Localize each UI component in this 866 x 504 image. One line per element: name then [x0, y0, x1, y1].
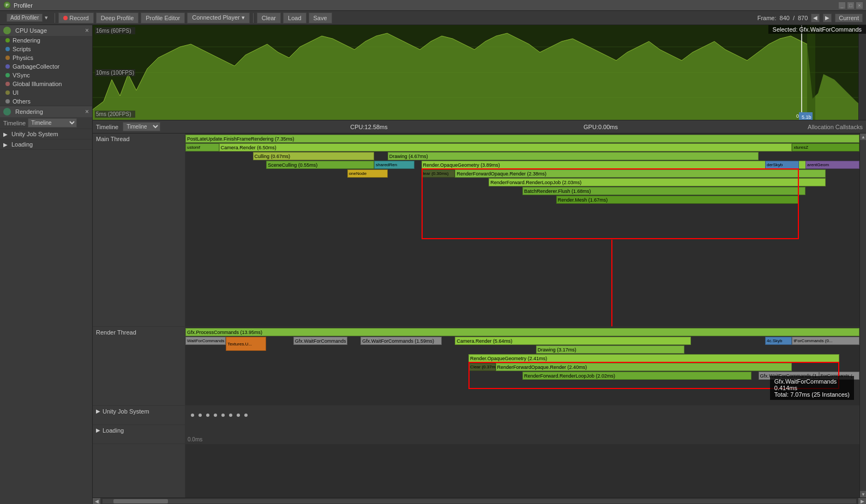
flame-bar[interactable]: arentGeom — [805, 161, 859, 169]
timeline-horizontal-scrollbar[interactable]: ◀ ▶ — [93, 497, 866, 504]
sidebar-item-vsync[interactable]: VSync — [0, 71, 92, 80]
chart-label-10ms: 10ms (100FPS) — [95, 69, 135, 76]
info-box-time: 0.414ms — [774, 385, 850, 391]
render-thread-text: Render Thread — [96, 329, 136, 336]
chart-vscrollbar[interactable] — [858, 25, 866, 120]
flame-bar[interactable]: oneNode — [347, 169, 388, 178]
sidebar-item-scripts[interactable]: Scripts — [0, 45, 92, 53]
flame-bar[interactable]: 4c.Skyb — [765, 337, 792, 345]
main-thread-track[interactable]: PostLateUpdate.FinishFrameRendering (7.3… — [185, 133, 859, 327]
connected-player-button[interactable]: Connected Player ▾ — [187, 13, 250, 23]
cpu-chart[interactable]: Selected: Gfx.WaitForCommands 16ms (60FP… — [93, 25, 866, 120]
flame-bar[interactable]: RenderForwardOpaque.Render (2.40ms) — [496, 363, 792, 371]
flame-bar[interactable]: xturesZ — [792, 143, 859, 151]
flame-bar[interactable]: RenderForward.RenderLoopJob (2.02ms) — [522, 372, 751, 380]
flame-bar[interactable]: Render.OpaqueGeometry (2.41ms) — [468, 354, 839, 362]
timeline-select[interactable]: Timeline Hierarchy Raw Hierarchy — [28, 118, 77, 127]
loading-track[interactable]: 0.0ms — [185, 425, 859, 444]
flame-bar[interactable]: sharedRen — [374, 161, 414, 169]
flame-bar[interactable]: Gfx.ProcessCommands (13.95ms) — [185, 328, 859, 336]
alloc-callstacks-button[interactable]: Allocation Callstacks — [808, 124, 863, 130]
scroll-left-button[interactable]: ◀ — [93, 498, 100, 505]
scrollbar-thumb[interactable] — [113, 499, 168, 503]
flame-bar[interactable]: Camera.Render (5.64ms) — [455, 337, 691, 345]
minimize-button[interactable]: _ — [839, 2, 845, 9]
flame-bar[interactable]: Drawing (3.17ms) — [536, 345, 684, 354]
rendering-close[interactable]: × — [85, 108, 89, 116]
save-button[interactable]: Save — [309, 13, 332, 23]
cpu-usage-close[interactable]: × — [85, 27, 89, 34]
arrow-down — [611, 240, 612, 327]
profiler-icon: P — [3, 1, 11, 10]
dot — [206, 414, 209, 417]
sidebar-item-ui[interactable]: UI — [0, 88, 92, 97]
scroll-up-button[interactable]: ▲ — [860, 133, 866, 140]
timeline-header: Timeline Timeline Hierarchy CPU:12.58ms … — [93, 120, 866, 133]
unity-job-label-track[interactable]: ▶ Unity Job System — [93, 406, 185, 425]
timeline-header-label: Timeline — [96, 124, 118, 130]
sidebar-item-gc[interactable]: GarbageCollector — [0, 62, 92, 71]
toolbar-right: Frame: 840 / 870 ◀ ▶ Current — [757, 14, 863, 22]
flame-bar[interactable]: PostLateUpdate.FinishFrameRendering (7.3… — [185, 135, 859, 143]
flame-bar[interactable]: RenderForward.RenderLoopJob (2.03ms) — [489, 178, 826, 186]
loading-label-track[interactable]: ▶ Loading — [93, 425, 185, 444]
rendering-label: Rendering — [13, 37, 40, 44]
render-thread-track[interactable]: Gfx.ProcessCommands (13.95ms) WaitForCom… — [185, 327, 859, 406]
scroll-down-button[interactable]: ▼ — [860, 491, 866, 497]
record-button[interactable]: Record — [58, 13, 93, 23]
sidebar-item-others[interactable]: Others — [0, 97, 92, 106]
sidebar-item-gi[interactable]: Global Illumination — [0, 80, 92, 88]
unity-job-system-row[interactable]: ▶ Unity Job System — [0, 129, 92, 139]
scrollbar-track[interactable] — [103, 499, 856, 503]
add-profiler-button[interactable]: Add Profiler — [7, 14, 43, 22]
flame-bar[interactable]: SceneCulling (0.55ms) — [266, 161, 374, 169]
others-dot — [5, 99, 10, 104]
flame-bar[interactable]: Render.Mesh (1.67ms) — [556, 196, 799, 204]
flame-bar[interactable]: RenderForwardOpaque.Render (2.38ms) — [455, 169, 826, 178]
flame-bar[interactable]: Gfx.WaitForCommands (1.02ms) — [293, 337, 347, 345]
timeline-mode-select[interactable]: Timeline Hierarchy — [123, 122, 160, 131]
selected-info: Selected: Gfx.WaitForCommands — [768, 25, 866, 34]
vertical-scrollbar[interactable]: ▲ ▼ — [859, 133, 866, 497]
loading-label: Loading — [11, 141, 33, 148]
unity-job-track[interactable] — [185, 406, 859, 425]
timeline-row: Timeline Timeline Hierarchy Raw Hierarch… — [0, 117, 92, 129]
scroll-right-button[interactable]: ▶ — [858, 498, 866, 505]
flame-bar[interactable]: ustomf — [185, 143, 219, 151]
flame-bar[interactable]: Culling (0.67ms) — [253, 152, 374, 160]
flame-bar[interactable]: tForCommands (0... — [792, 337, 859, 345]
sidebar-item-physics[interactable]: Physics — [0, 53, 92, 62]
add-profiler-dropdown-icon[interactable]: ▾ — [45, 14, 48, 21]
rendering-header[interactable]: Rendering × — [0, 106, 92, 117]
rendering-section-icon — [3, 108, 11, 116]
flame-bar[interactable]: Drawing (4.67ms) — [388, 152, 759, 160]
track-content[interactable]: PostLateUpdate.FinishFrameRendering (7.3… — [185, 133, 859, 497]
flame-bar[interactable]: BatchRenderer.Flush (1.68ms) — [522, 187, 805, 195]
flame-bar[interactable]: lear (0.30ms) — [422, 169, 455, 178]
frame-next-button[interactable]: ▶ — [823, 14, 832, 22]
sidebar-item-rendering[interactable]: Rendering — [0, 36, 92, 45]
flame-bar[interactable]: Clear (0.37ms) — [468, 363, 495, 371]
dot — [229, 414, 232, 417]
current-button[interactable]: Current — [835, 14, 863, 22]
unity-job-text: Unity Job System — [103, 408, 149, 415]
scroll-track[interactable] — [860, 140, 866, 491]
info-box-name: Gfx.WaitForCommands — [774, 378, 850, 385]
cpu-usage-header[interactable]: CPU Usage × — [0, 25, 92, 36]
deep-profile-button[interactable]: Deep Profile — [96, 13, 139, 23]
close-button[interactable]: × — [856, 2, 863, 9]
gc-label: GarbageCollector — [13, 63, 59, 70]
profile-editor-button[interactable]: Profile Editor — [141, 13, 185, 23]
maximize-button[interactable]: □ — [847, 2, 854, 9]
clear-button[interactable]: Clear — [257, 13, 281, 23]
load-button[interactable]: Load — [283, 13, 306, 23]
flame-bar[interactable]: derSkyb — [765, 161, 799, 169]
flame-bar[interactable]: Camera.Render (6.50ms) — [219, 143, 792, 151]
loading-row[interactable]: ▶ Loading — [0, 139, 92, 150]
svg-text:5.1b: 5.1b — [802, 114, 811, 120]
frame-prev-button[interactable]: ◀ — [811, 14, 820, 22]
flame-bar[interactable]: Textures.U... — [226, 337, 266, 351]
frame-label: Frame: — [757, 15, 777, 21]
flame-bar[interactable]: WaitForCommands (0.6... — [185, 337, 226, 345]
flame-bar[interactable]: Gfx.WaitForCommands (1.59ms) — [360, 337, 441, 345]
